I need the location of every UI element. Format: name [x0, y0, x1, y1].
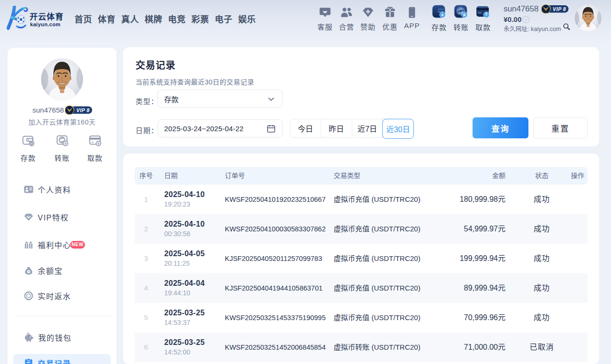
svg-text:VIP 8: VIP 8: [553, 6, 566, 12]
svg-text:VIP 8: VIP 8: [76, 107, 90, 113]
